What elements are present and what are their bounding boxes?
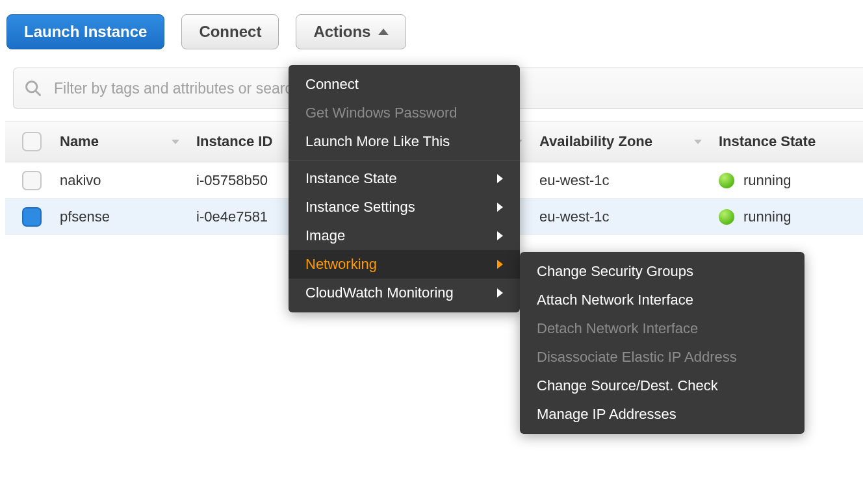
cell-availability-zone: eu-west-1c	[539, 208, 719, 225]
state-text: running	[743, 208, 791, 225]
column-az-label: Availability Zone	[539, 133, 652, 150]
menu-item-networking[interactable]: Networking	[289, 250, 520, 279]
menu-item-launch-more[interactable]: Launch More Like This	[289, 127, 520, 156]
menu-label: Image	[305, 227, 345, 244]
menu-item-image[interactable]: Image	[289, 221, 520, 250]
chevron-right-icon	[497, 203, 503, 212]
menu-item-detach-network-interface: Detach Network Interface	[520, 314, 805, 343]
row-checkbox[interactable]	[22, 171, 42, 190]
menu-item-get-windows-password: Get Windows Password	[289, 99, 520, 127]
menu-label: CloudWatch Monitoring	[305, 284, 454, 301]
sort-caret-icon	[172, 140, 179, 144]
networking-submenu: Change Security Groups Attach Network In…	[520, 252, 805, 434]
toolbar: Launch Instance Connect Actions	[5, 14, 863, 49]
column-header-availability-zone[interactable]: Availability Zone	[539, 133, 719, 150]
cell-availability-zone: eu-west-1c	[539, 172, 719, 189]
row-checkbox[interactable]	[22, 207, 42, 227]
connect-button[interactable]: Connect	[181, 14, 279, 49]
column-name-label: Name	[60, 133, 99, 150]
menu-item-change-source-dest[interactable]: Change Source/Dest. Check	[520, 372, 805, 400]
cell-name: nakivo	[60, 172, 196, 189]
column-header-name[interactable]: Name	[60, 133, 196, 150]
menu-item-change-security-groups[interactable]: Change Security Groups	[520, 257, 805, 286]
chevron-right-icon	[497, 288, 503, 297]
menu-item-instance-settings[interactable]: Instance Settings	[289, 193, 520, 221]
column-header-instance-state[interactable]: Instance State	[719, 133, 862, 150]
chevron-up-icon	[378, 29, 389, 35]
status-running-icon	[719, 209, 734, 225]
menu-item-cloudwatch[interactable]: CloudWatch Monitoring	[289, 279, 520, 307]
menu-item-attach-network-interface[interactable]: Attach Network Interface	[520, 286, 805, 314]
menu-item-manage-ip[interactable]: Manage IP Addresses	[520, 400, 805, 429]
menu-label: Networking	[305, 256, 377, 273]
sort-caret-icon	[694, 140, 702, 144]
state-text: running	[743, 172, 791, 189]
menu-item-disassociate-eip: Disassociate Elastic IP Address	[520, 343, 805, 372]
actions-menu: Connect Get Windows Password Launch More…	[289, 65, 520, 312]
header-checkbox-cell	[5, 132, 60, 151]
menu-item-instance-state[interactable]: Instance State	[289, 164, 520, 193]
chevron-right-icon	[497, 174, 503, 183]
cell-instance-state: running	[719, 208, 862, 225]
cell-instance-state: running	[719, 172, 862, 189]
chevron-right-icon	[497, 260, 503, 269]
svg-line-1	[36, 91, 40, 95]
search-icon	[24, 79, 42, 97]
column-instance-id-label: Instance ID	[196, 133, 272, 150]
actions-button[interactable]: Actions	[296, 14, 406, 49]
actions-label: Actions	[313, 23, 370, 41]
column-state-label: Instance State	[719, 133, 816, 150]
select-all-checkbox[interactable]	[22, 132, 42, 151]
launch-instance-button[interactable]: Launch Instance	[6, 14, 164, 49]
menu-separator	[289, 160, 520, 160]
menu-item-connect[interactable]: Connect	[289, 70, 520, 99]
status-running-icon	[719, 173, 734, 188]
cell-name: pfsense	[60, 208, 196, 225]
chevron-right-icon	[497, 231, 503, 240]
menu-label: Instance Settings	[305, 199, 415, 216]
menu-label: Instance State	[305, 170, 397, 187]
